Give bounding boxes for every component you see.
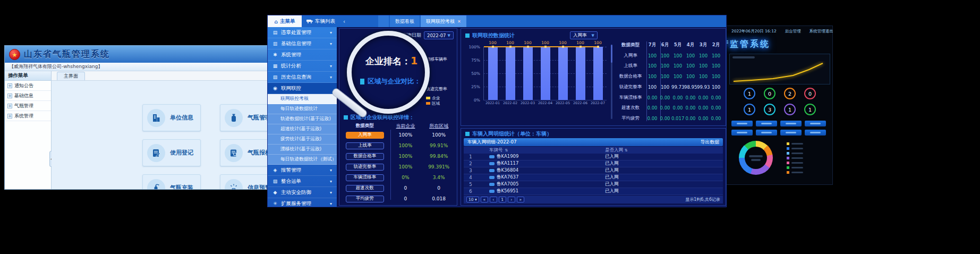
submenu-daily-track[interactable]: 每日轨迹数据统计 — [268, 104, 337, 114]
logout-link[interactable]: 系统管理退出 — [809, 29, 833, 34]
trend-line-chart — [730, 61, 829, 83]
page-size-select[interactable]: 10 ▾ — [466, 197, 479, 202]
tab-data-dashboard[interactable]: 数据看板 — [390, 15, 420, 27]
submenu-fatigue-stats[interactable]: 疲劳统计(基于运政) — [268, 134, 337, 145]
filter-button[interactable] — [731, 130, 753, 136]
submenu-track-stats[interactable]: 轨迹数据统计(基于运政) — [268, 114, 337, 124]
first-page-button[interactable]: « — [481, 197, 488, 202]
alarm-icon: ◈ — [272, 167, 278, 173]
tab-main-menu[interactable]: ⌂ 主菜单 — [268, 15, 302, 27]
vehicle-detail-panel: 车辆入网明细统计（单位：车辆） 车辆入网明细-2022-07 导出数据 车牌号⇅… — [461, 128, 726, 206]
tab-fragment[interactable] — [378, 15, 389, 27]
menu-item-waybill[interactable]: ▨整合运单▾ — [268, 176, 337, 187]
tab-network-assessment[interactable]: 联网联控考核 ✕ — [421, 15, 466, 27]
sort-icon[interactable]: ⇅ — [625, 148, 628, 153]
plate-column-header[interactable]: 车牌号 — [489, 147, 503, 154]
sidebar-item-basic-info[interactable]: + 基础信息 — [5, 91, 51, 101]
menu-item-alarm[interactable]: ◈报警管理▾ — [268, 165, 337, 176]
current-page[interactable]: 1 — [499, 197, 506, 202]
next-page-button[interactable]: › — [508, 197, 515, 202]
table-row[interactable]: 1 鲁KA1909 已入网 — [464, 154, 723, 160]
expand-plus-icon[interactable]: + — [7, 114, 12, 118]
filter-button[interactable] — [731, 121, 753, 126]
table-row[interactable]: 6 鲁K56951 已入网 — [464, 188, 723, 195]
submenu-overspeed-stats[interactable]: 超速统计(基于运政) — [268, 124, 337, 134]
metric-dropdown[interactable]: 入网率▼ — [570, 31, 598, 39]
expand-plus-icon[interactable]: + — [7, 104, 12, 108]
chevron-down-icon: ▾ — [330, 30, 332, 35]
close-icon[interactable]: ✕ — [457, 19, 461, 24]
rank-value: 1 — [411, 55, 417, 66]
enterprise-rank: 企业排名：1 — [365, 55, 417, 67]
menu-item-history-query[interactable]: ▧历史信息查询▾ — [268, 72, 337, 83]
last-page-button[interactable]: » — [517, 197, 524, 202]
submenu-daily-track-test[interactable]: 每日轨迹数据统计（测试） — [268, 155, 337, 165]
status-column-header[interactable]: 是否入网 — [605, 147, 623, 153]
export-button[interactable]: 导出数据 — [701, 139, 719, 146]
metric-button-fatigue[interactable]: 平均疲劳 — [346, 196, 384, 202]
months-row: 上线率 100100100100100100 — [615, 61, 723, 71]
sidebar-collapse-icon[interactable]: ‹ — [340, 15, 348, 27]
table-row[interactable]: 4 鲁KA7637 已入网 — [464, 174, 723, 181]
menu-item-extended-service[interactable]: ✳扩展服务管理▾ — [268, 198, 337, 207]
menu-item-violation[interactable]: ▤违章处置管理▾ — [268, 27, 337, 38]
home-icon: ⌂ — [274, 19, 278, 24]
metric-button-drift[interactable]: 车辆漂移率 — [346, 174, 384, 181]
metric-button-overspeed[interactable]: 超速次数 — [346, 185, 384, 192]
filter-button[interactable] — [805, 121, 826, 126]
tab-vehicle-list[interactable]: 车辆列表 — [302, 15, 340, 27]
sidebar-item-system-mgmt[interactable]: + 系统管理 — [5, 111, 51, 121]
expand-plus-icon[interactable]: + — [7, 94, 12, 98]
filter-button[interactable] — [780, 121, 802, 126]
submenu-drift-stats[interactable]: 漂移统计(基于运政) — [268, 145, 337, 155]
header-user-row: 2022年06月20日 16:12 后台管理 系统管理退出 — [731, 29, 781, 34]
bar-chart: 100% 75% 50% 25% 0% 1002022-01 1002022-0… — [465, 47, 607, 100]
months-row: 平均疲劳 0.000.000.0170.000.000.00 — [615, 114, 723, 123]
table-row[interactable]: 5 鲁KA7005 已入网 — [464, 181, 723, 188]
submenu-network-assessment[interactable]: 联网联控考核 — [268, 94, 337, 104]
menu-item-basic-info[interactable]: ▥基础信息管理▾ — [268, 38, 337, 49]
shield-icon: ◆ — [272, 190, 278, 195]
sort-icon[interactable]: ⇅ — [505, 148, 508, 153]
filter-button[interactable] — [780, 130, 802, 136]
sidebar-item-notice[interactable]: + 通知公告 — [5, 81, 51, 91]
filter-button[interactable] — [756, 130, 777, 136]
sidebar-menu: ▤违章处置管理▾ ▥基础信息管理▾ ✱系统管理 ▦统计分析▾ ▧历史信息查询▾ … — [268, 27, 337, 207]
car-icon — [489, 176, 495, 179]
caret-down-icon: ▼ — [448, 33, 450, 38]
metric-button-data-qualified[interactable]: 数据合格率 — [346, 153, 384, 160]
metric-button-track-complete[interactable]: 轨迹完整率 — [346, 164, 384, 171]
magnifier-overlay: 企业排名：1 区域与企业对比： — [347, 31, 430, 114]
sidebar-item-cylinder-mgmt[interactable]: + 气瓶管理 — [5, 101, 51, 111]
inspection-icon — [225, 144, 243, 162]
filter-button[interactable] — [805, 130, 826, 136]
months-row: 数据合格率 100100100100100100 — [615, 72, 723, 81]
expand-plus-icon[interactable]: + — [7, 83, 12, 88]
scrollbar[interactable] — [611, 45, 612, 119]
tab-main-screen[interactable]: 主界面 — [57, 72, 85, 80]
card-unit-info[interactable]: 单位信息 — [142, 104, 201, 131]
detail-title: 区域与企业联网联控详情： — [344, 114, 414, 121]
legend-swatch — [787, 162, 789, 164]
company-name: 【威海翔祥气体有限公司-whshengxiang】 — [9, 63, 103, 70]
table-row[interactable]: 2 鲁KA1117 已入网 — [464, 160, 723, 167]
metric-button-inwang[interactable]: 入网率 — [346, 132, 384, 139]
menu-item-network-control[interactable]: ◉联网联控 — [268, 83, 337, 94]
table-row[interactable]: 3 鲁K36804 已入网 — [464, 167, 723, 174]
filter-button-group — [731, 121, 829, 136]
title-bullet-icon — [465, 132, 470, 136]
caret-down-icon: ▼ — [592, 33, 594, 38]
distribution-donut-chart — [739, 141, 773, 175]
car-icon — [489, 169, 495, 172]
card-usage-register[interactable]: 使用登记 — [142, 139, 201, 166]
metric-button-online[interactable]: 上线率 — [346, 142, 384, 149]
menu-item-statistics[interactable]: ▦统计分析▾ — [268, 61, 337, 72]
prev-page-button[interactable]: ‹ — [490, 197, 497, 202]
filter-button[interactable] — [756, 121, 777, 126]
admin-link[interactable]: 后台管理 — [785, 29, 801, 34]
kpi-ring: 0 — [764, 88, 776, 99]
card-cylinder-filling[interactable]: 气瓶充装 — [142, 174, 201, 189]
menu-item-system[interactable]: ✱系统管理 — [268, 49, 337, 61]
table-body: 1 鲁KA1909 已入网 2 鲁KA1117 已入网 3 鲁K36804 已入… — [464, 154, 723, 195]
menu-item-active-safety[interactable]: ◆主动安全防御▾ — [268, 187, 337, 198]
